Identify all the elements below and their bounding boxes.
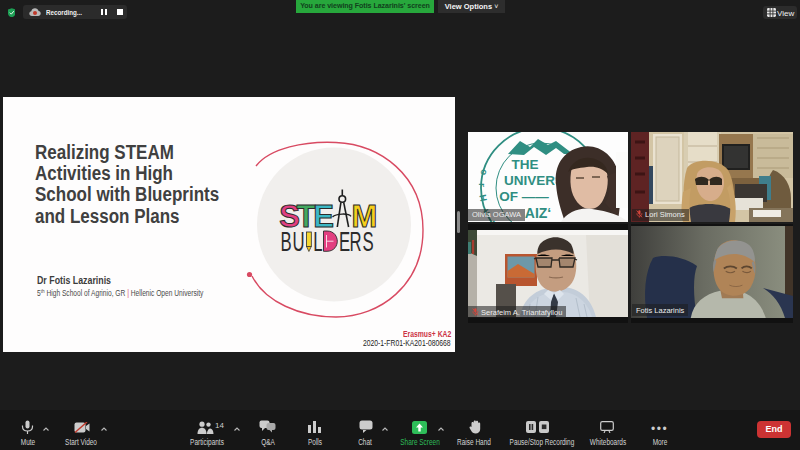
- svg-text:B: B: [280, 227, 291, 257]
- svg-text:AIZʻ: AIZʻ: [525, 205, 551, 221]
- svg-text:E: E: [339, 227, 350, 257]
- svg-text:U: U: [293, 227, 305, 257]
- svg-text:L: L: [313, 227, 322, 257]
- svg-text:R: R: [350, 227, 362, 257]
- svg-text:OF ——: OF ——: [499, 189, 549, 204]
- svg-text:S: S: [363, 227, 374, 257]
- svg-text:THE: THE: [512, 157, 539, 172]
- svg-text:UNIVERS: UNIVERS: [504, 173, 564, 188]
